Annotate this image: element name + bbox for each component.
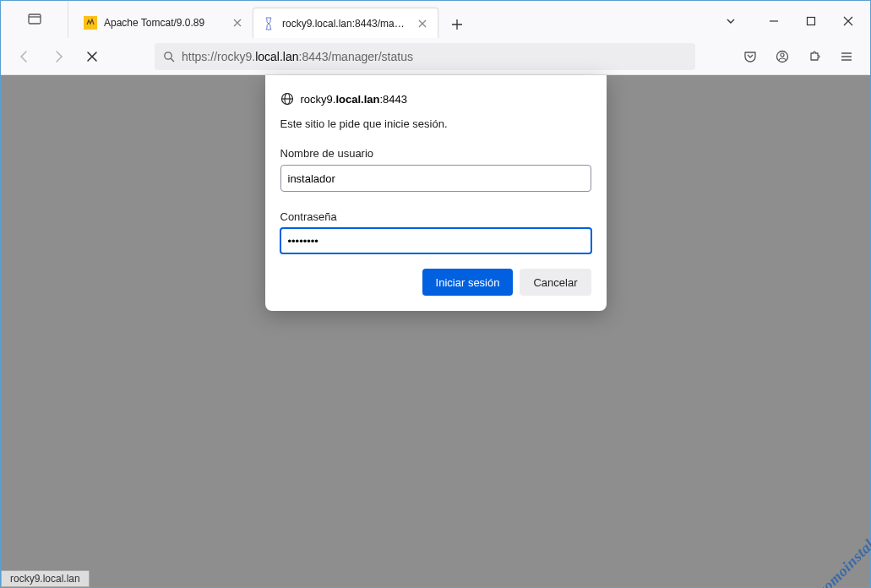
back-icon: [18, 50, 31, 63]
tomcat-favicon: [84, 16, 97, 30]
content-area: rocky9.local.lan:8443 Este sitio le pide…: [1, 75, 870, 587]
window-close-button[interactable]: [830, 4, 867, 38]
account-icon: [776, 50, 789, 63]
tab-close-button[interactable]: [231, 16, 244, 30]
loading-favicon: [262, 17, 275, 30]
dialog-host: rocky9.local.lan:8443: [280, 92, 591, 106]
signin-button[interactable]: Iniciar sesión: [422, 269, 514, 296]
plus-icon: [451, 19, 463, 30]
app-menu-button[interactable]: [833, 43, 860, 70]
list-all-tabs-button[interactable]: [716, 4, 745, 38]
forward-button[interactable]: [45, 43, 72, 70]
tab-title: Apache Tomcat/9.0.89: [104, 17, 224, 29]
svg-rect-4: [808, 18, 815, 25]
tab-apache-tomcat[interactable]: Apache Tomcat/9.0.89: [75, 8, 253, 38]
pocket-button[interactable]: [737, 43, 764, 70]
pocket-icon: [743, 50, 757, 63]
back-button[interactable]: [11, 43, 38, 70]
svg-point-5: [165, 52, 171, 58]
chevron-down-icon: [725, 15, 737, 27]
globe-icon: [280, 92, 294, 106]
tab-close-button[interactable]: [416, 17, 429, 30]
recent-browsing-button[interactable]: [1, 1, 68, 38]
extensions-button[interactable]: [801, 43, 828, 70]
cancel-button[interactable]: Cancelar: [520, 269, 591, 296]
toolbar: https://rocky9.local.lan:8443/manager/st…: [1, 38, 870, 75]
username-label: Nombre de usuario: [280, 147, 591, 160]
stop-button[interactable]: [79, 43, 106, 70]
close-icon: [233, 19, 242, 27]
recent-browsing-icon: [28, 13, 41, 26]
dialog-message: Este sitio le pide que inicie sesión.: [280, 117, 591, 130]
forward-icon: [52, 50, 65, 63]
tab-manager-status[interactable]: rocky9.local.lan:8443/manager/: [253, 8, 438, 38]
maximize-icon: [806, 16, 816, 26]
status-bar: rocky9.local.lan: [1, 570, 90, 587]
watermark: comoinstalar.me: [742, 459, 871, 588]
password-label: Contraseña: [280, 210, 591, 223]
auth-dialog: rocky9.local.lan:8443 Este sitio le pide…: [265, 75, 607, 311]
close-icon: [418, 19, 427, 28]
svg-rect-0: [29, 14, 41, 24]
window-maximize-button[interactable]: [792, 4, 830, 38]
url-text: https://rocky9.local.lan:8443/manager/st…: [182, 50, 687, 63]
cancel-icon: [86, 51, 98, 63]
close-icon: [843, 16, 853, 26]
svg-line-6: [171, 58, 174, 62]
tab-strip: Apache Tomcat/9.0.89 rocky9.local.lan:84…: [1, 1, 870, 38]
search-icon: [163, 51, 175, 63]
svg-point-8: [781, 53, 784, 57]
username-input[interactable]: [280, 165, 591, 192]
window-minimize-button[interactable]: [755, 4, 792, 38]
hamburger-icon: [840, 50, 853, 63]
puzzle-icon: [808, 50, 821, 63]
minimize-icon: [769, 16, 779, 26]
url-bar[interactable]: https://rocky9.local.lan:8443/manager/st…: [155, 43, 695, 70]
tab-title: rocky9.local.lan:8443/manager/: [282, 18, 409, 30]
account-button[interactable]: [769, 43, 796, 70]
new-tab-button[interactable]: [444, 11, 471, 38]
password-input[interactable]: [280, 227, 592, 254]
